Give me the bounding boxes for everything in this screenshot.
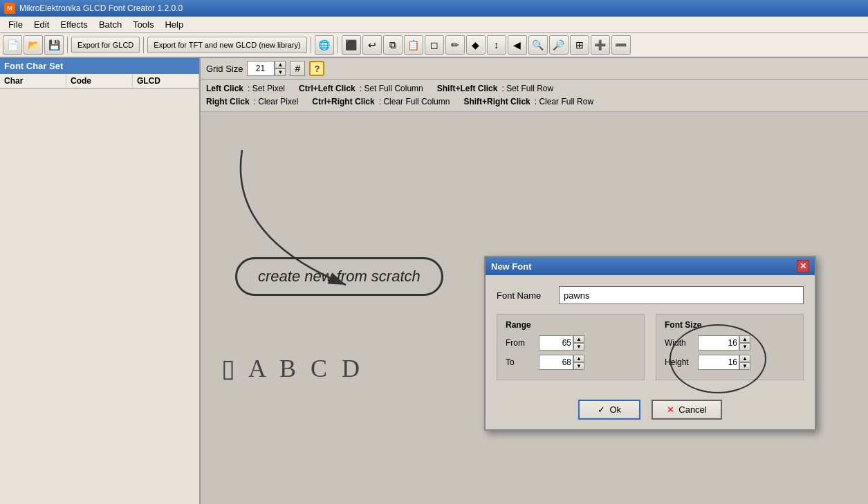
grid-size-input[interactable] (247, 61, 275, 76)
cancel-label: Cancel (678, 404, 706, 415)
height-label: Height (665, 357, 692, 367)
dialog-footer: ✓ Ok ✕ Cancel (486, 391, 815, 429)
menu-edit[interactable]: Edit (28, 18, 55, 31)
ctrl-left-key: Ctrl+Left Click (299, 82, 355, 95)
shift-right-instruction: Shift+Right Click : Clear Full Row (463, 95, 593, 109)
ok-check-icon: ✓ (598, 404, 605, 415)
width-input[interactable] (698, 335, 739, 351)
menu-effects[interactable]: Effects (55, 18, 93, 31)
range-section: Range From ▲ ▼ To (497, 314, 645, 380)
zoom-out-button[interactable]: 🔎 (549, 35, 569, 55)
to-label: To (506, 357, 533, 367)
to-control: ▲ ▼ (539, 355, 584, 370)
grid-size-label: Grid Size (206, 64, 243, 74)
cancel-x-icon: ✕ (667, 404, 674, 415)
undo-button[interactable]: ↩ (362, 35, 382, 55)
instructions-bar: Left Click : Set Pixel Ctrl+Left Click :… (201, 80, 868, 112)
shift-right-key: Shift+Right Click (463, 95, 530, 109)
grid-toggle-button[interactable]: # (290, 61, 305, 76)
shift-right-action: : Clear Full Row (535, 95, 593, 109)
instructions-row-1: Left Click : Set Pixel Ctrl+Left Click :… (206, 82, 862, 95)
column-headers: Char Code GLCD (0, 74, 199, 88)
eraser-button[interactable]: ◻ (425, 35, 444, 55)
help-button[interactable]: ? (309, 61, 324, 76)
remove-char-button[interactable]: ➖ (611, 35, 631, 55)
menu-batch[interactable]: Batch (93, 18, 127, 31)
open-button[interactable]: 📂 (24, 35, 43, 55)
cancel-button[interactable]: ✕ Cancel (652, 400, 721, 420)
move-button[interactable]: ↕ (487, 35, 506, 55)
font-name-input[interactable] (559, 286, 804, 304)
from-up[interactable]: ▲ (573, 335, 584, 343)
globe-button[interactable]: 🌐 (315, 35, 334, 55)
font-name-label: Font Name (497, 290, 552, 301)
right-click-instruction: Right Click : Clear Pixel (206, 95, 298, 109)
left-click-key: Left Click (206, 82, 243, 95)
shift-left-action: : Set Full Row (501, 82, 553, 95)
from-control: ▲ ▼ (539, 335, 584, 351)
menu-help[interactable]: Help (159, 18, 189, 31)
ok-label: Ok (609, 404, 621, 415)
toolbar: 📄 📂 💾 Export for GLCD Export for TFT and… (0, 33, 868, 58)
export-tft-button[interactable]: Export for TFT and new GLCD (new library… (147, 37, 306, 53)
paste-button[interactable]: 📋 (404, 35, 423, 55)
from-input[interactable] (539, 335, 573, 351)
char-preview: ▯ A B C D (221, 354, 364, 383)
to-down[interactable]: ▼ (573, 362, 584, 370)
to-input[interactable] (539, 355, 573, 370)
grid-size-up[interactable]: ▲ (275, 61, 286, 68)
width-row: Width ▲ ▼ (665, 335, 795, 351)
separator-3 (311, 37, 311, 53)
to-row: To ▲ ▼ (506, 355, 636, 370)
separator-1 (67, 37, 68, 53)
width-up[interactable]: ▲ (739, 335, 750, 343)
left-shift-button[interactable]: ◀ (508, 35, 527, 55)
menu-file[interactable]: File (3, 18, 28, 31)
left-panel: Font Char Set Char Code GLCD (0, 58, 201, 504)
export-glcd-button[interactable]: Export for GLCD (71, 37, 140, 53)
save-button[interactable]: 💾 (44, 35, 64, 55)
new-font-dialog: New Font ✕ Font Name Range From ▲ ▼ (484, 256, 816, 431)
separator-4 (338, 37, 338, 53)
shift-left-key: Shift+Left Click (437, 82, 498, 95)
height-row: Height ▲ ▼ (665, 355, 795, 370)
grid-bar: Grid Size ▲ ▼ # ? (201, 58, 868, 80)
font-size-section-title: Font Size (665, 320, 795, 330)
from-down[interactable]: ▼ (573, 343, 584, 351)
font-size-section: Font Size Width ▲ ▼ Height (656, 314, 804, 380)
left-click-instruction: Left Click : Set Pixel (206, 82, 285, 95)
dialog-titlebar: New Font ✕ (486, 257, 815, 275)
ctrl-right-key: Ctrl+Right Click (312, 95, 374, 109)
zoom-button[interactable]: 🔍 (528, 35, 548, 55)
dialog-body: Font Name Range From ▲ ▼ (486, 275, 815, 391)
grid-size-down[interactable]: ▼ (275, 68, 286, 76)
grid-size-control: ▲ ▼ (247, 61, 286, 76)
pen-button[interactable]: ✏ (445, 35, 465, 55)
height-input[interactable] (698, 355, 739, 370)
height-control: ▲ ▼ (698, 355, 750, 370)
from-label: From (506, 338, 533, 348)
ctrl-right-instruction: Ctrl+Right Click : Clear Full Column (312, 95, 450, 109)
menu-bar: File Edit Effects Batch Tools Help (0, 17, 868, 33)
ok-button[interactable]: ✓ Ok (578, 400, 640, 420)
left-panel-title: Font Char Set (0, 58, 199, 74)
col-char: Char (0, 74, 66, 88)
height-up[interactable]: ▲ (739, 355, 750, 362)
instructions-row-2: Right Click : Clear Pixel Ctrl+Right Cli… (206, 95, 862, 109)
toolbar-icon-1[interactable]: ⬛ (342, 35, 361, 55)
right-click-key: Right Click (206, 95, 250, 109)
new-button[interactable]: 📄 (3, 35, 22, 55)
annotation-text: create new from scratch (235, 257, 443, 296)
separator-2 (143, 37, 144, 53)
copy-button[interactable]: ⧉ (383, 35, 403, 55)
menu-tools[interactable]: Tools (127, 18, 159, 31)
grid-button[interactable]: ⊞ (570, 35, 589, 55)
add-char-button[interactable]: ➕ (591, 35, 610, 55)
to-up[interactable]: ▲ (573, 355, 584, 362)
fill-button[interactable]: ◆ (466, 35, 486, 55)
dialog-close-button[interactable]: ✕ (797, 260, 809, 272)
width-down[interactable]: ▼ (739, 343, 750, 351)
grid-size-spinner: ▲ ▼ (275, 61, 286, 76)
col-glcd: GLCD (133, 74, 199, 88)
height-down[interactable]: ▼ (739, 362, 750, 370)
